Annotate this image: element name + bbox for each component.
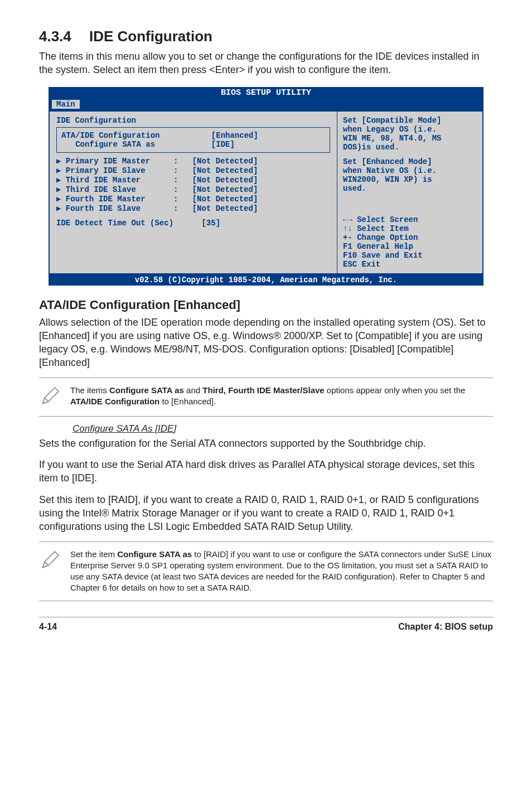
help-line: WIN2000, WIN XP) is xyxy=(343,175,477,184)
bios-tabrow: Main xyxy=(49,99,483,110)
paragraph-raid: Set this item to [RAID], if you want to … xyxy=(39,493,493,534)
bios-screenshot: BIOS SETUP UTILITY Main IDE Configuratio… xyxy=(49,87,483,286)
nav-line: F1 General Help xyxy=(343,242,477,251)
paragraph-ide: If you want to use the Serial ATA hard d… xyxy=(39,458,493,485)
bios-settings-box: ATA/IDE Configuration [Enhanced] Configu… xyxy=(56,127,330,153)
help-line: when Native OS (i.e. xyxy=(343,166,477,175)
device-row[interactable]: ▶ Fourth IDE Master : [Not Detected] xyxy=(56,194,330,204)
note-text-2: Set the item Configure SATA as to [RAID]… xyxy=(70,549,493,594)
ata-ide-config-row[interactable]: ATA/IDE Configuration [Enhanced] xyxy=(61,131,325,140)
bios-left-pane: IDE Configuration ATA/IDE Configuration … xyxy=(50,112,337,273)
subheading-ata: ATA/IDE Configuration [Enhanced] xyxy=(39,298,493,312)
note-box-2: Set the item Configure SATA as to [RAID]… xyxy=(39,545,493,597)
intro-paragraph: The items in this menu allow you to set … xyxy=(39,50,493,77)
device-row[interactable]: ▶ Primary IDE Slave : [Not Detected] xyxy=(56,166,330,175)
bios-title: BIOS SETUP UTILITY xyxy=(49,87,483,99)
device-row[interactable]: ▶ Third IDE Slave : [Not Detected] xyxy=(56,185,330,194)
nav-line: F10 Save and Exit xyxy=(343,251,477,260)
note-box-1: The items Configure SATA as and Third, F… xyxy=(39,381,493,413)
device-row[interactable]: ▶ Primary IDE Master : [Not Detected] xyxy=(56,156,330,166)
help-line: when Legacy OS (i.e. xyxy=(343,125,477,134)
nav-line: +- Change Option xyxy=(343,233,477,242)
paragraph-ata: Allows selection of the IDE operation mo… xyxy=(39,316,493,370)
device-row[interactable]: ▶ Third IDE Master : [Not Detected] xyxy=(56,175,330,185)
help-line: WIN ME, 98, NT4.0, MS xyxy=(343,134,477,143)
nav-line: ESC Exit xyxy=(343,260,477,269)
pencil-icon xyxy=(39,549,61,573)
nav-line: ←→ Select Screen xyxy=(343,215,477,224)
bios-tab-main[interactable]: Main xyxy=(52,100,80,109)
section-heading: 4.3.4IDE Configuration xyxy=(39,28,493,45)
configure-sata-heading: Configure SATA As [IDE] xyxy=(72,423,176,434)
bios-section-header: IDE Configuration xyxy=(56,116,330,125)
configure-sata-row[interactable]: Configure SATA as [IDE] xyxy=(61,140,325,149)
page-footer: 4-14 Chapter 4: BIOS setup xyxy=(39,617,493,632)
note-text-1: The items Configure SATA as and Third, F… xyxy=(70,385,493,408)
device-row[interactable]: ▶ Fourth IDE Slave : [Not Detected] xyxy=(56,204,330,213)
page-number: 4-14 xyxy=(39,622,57,632)
nav-line: ↑↓ Select Item xyxy=(343,224,477,233)
timeout-row[interactable]: IDE Detect Time Out (Sec) [35] xyxy=(56,219,330,228)
help-line: used. xyxy=(343,184,477,193)
section-number: 4.3.4 xyxy=(39,28,89,45)
help-line: Set [Enhanced Mode] xyxy=(343,157,477,166)
chapter-label: Chapter 4: BIOS setup xyxy=(398,622,493,632)
bios-help-pane: Set [Compatible Mode] when Legacy OS (i.… xyxy=(337,112,482,273)
help-line: DOS)is used. xyxy=(343,143,477,152)
help-line: Set [Compatible Mode] xyxy=(343,116,477,125)
pencil-icon xyxy=(39,385,61,409)
paragraph-southbridge: Sets the configuration for the Serial AT… xyxy=(39,437,493,450)
section-title: IDE Configuration xyxy=(89,28,212,45)
bios-footer: v02.58 (C)Copyright 1985-2004, American … xyxy=(49,274,483,286)
